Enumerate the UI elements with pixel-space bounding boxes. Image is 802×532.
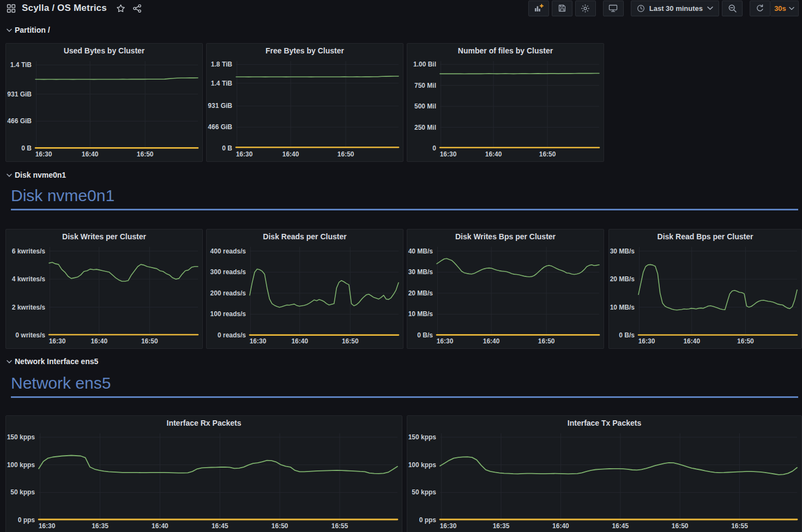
panel-title-disk-reads[interactable]: Disk Reads per Cluster bbox=[207, 229, 403, 244]
chart-disk-reads[interactable]: 400 reads/s300 reads/s200 reads/s100 rea… bbox=[207, 244, 403, 347]
svg-text:16:55: 16:55 bbox=[731, 522, 748, 530]
chart-disk-read-bps[interactable]: 30 MB/s20 MB/s10 MB/s0 B/s16:3016:4016:5… bbox=[609, 244, 801, 347]
svg-text:30 MB/s: 30 MB/s bbox=[408, 268, 433, 276]
svg-text:16:30: 16:30 bbox=[437, 337, 454, 345]
svg-text:0 B/s: 0 B/s bbox=[619, 331, 635, 339]
svg-text:0 writes/s: 0 writes/s bbox=[15, 331, 45, 339]
dashboard-header: Scylla / OS Metrics bbox=[0, 0, 802, 16]
svg-text:16:40: 16:40 bbox=[91, 337, 107, 345]
section-label-network: Network Interface ens5 bbox=[15, 357, 98, 366]
svg-text:16:45: 16:45 bbox=[612, 522, 629, 530]
svg-text:1.4 TiB: 1.4 TiB bbox=[10, 61, 32, 69]
svg-text:16:40: 16:40 bbox=[152, 522, 168, 530]
svg-text:200 reads/s: 200 reads/s bbox=[210, 289, 246, 297]
svg-text:50 kpps: 50 kpps bbox=[10, 488, 35, 496]
chart-disk-writes-bps[interactable]: 40 MB/s30 MB/s20 MB/s10 MB/s0 B/s16:3016… bbox=[407, 244, 604, 347]
panel-title-file-count[interactable]: Number of files by Cluster bbox=[407, 44, 604, 58]
chart-tx-packets[interactable]: 150 kpps100 kpps50 kpps0 pps16:3016:3516… bbox=[407, 430, 801, 532]
add-panel-button[interactable] bbox=[528, 1, 549, 16]
chart-free-bytes[interactable]: 1.8 TiB1.4 TiB931 GiB466 GiB0 B16:3016:4… bbox=[207, 58, 403, 160]
svg-text:466 GiB: 466 GiB bbox=[208, 123, 232, 131]
chevron-down-icon bbox=[789, 7, 794, 10]
chart-rx-packets[interactable]: 150 kpps100 kpps50 kpps0 pps16:3016:3516… bbox=[6, 430, 402, 532]
svg-text:16:30: 16:30 bbox=[35, 150, 52, 158]
svg-text:750 Mil: 750 Mil bbox=[414, 82, 436, 89]
svg-text:16:40: 16:40 bbox=[291, 337, 308, 345]
svg-text:100 kpps: 100 kpps bbox=[408, 461, 437, 469]
refresh-interval-picker[interactable]: 30s bbox=[770, 1, 799, 16]
section-row-disk[interactable]: Disk nvme0n1 bbox=[7, 170, 66, 180]
apps-grid-icon[interactable] bbox=[5, 3, 16, 14]
svg-text:16:30: 16:30 bbox=[440, 150, 457, 158]
chevron-down-icon bbox=[7, 360, 12, 364]
svg-text:4 kwrites/s: 4 kwrites/s bbox=[12, 275, 46, 283]
panel-rx-packets: Interface Rx Packets 150 kpps100 kpps50 … bbox=[5, 415, 402, 532]
dashboard-title[interactable]: Scylla / OS Metrics bbox=[22, 3, 107, 14]
tv-mode-button[interactable] bbox=[603, 1, 624, 16]
settings-button[interactable] bbox=[575, 1, 596, 16]
panel-tx-packets: Interface Tx Packets 150 kpps100 kpps50 … bbox=[407, 415, 802, 532]
refresh-button[interactable] bbox=[750, 1, 770, 16]
svg-text:40 MB/s: 40 MB/s bbox=[408, 247, 433, 255]
svg-text:100 reads/s: 100 reads/s bbox=[210, 310, 246, 318]
panel-title-free-bytes[interactable]: Free Bytes by Cluster bbox=[207, 44, 403, 58]
svg-text:20 MB/s: 20 MB/s bbox=[408, 289, 433, 297]
refresh-interval-label: 30s bbox=[774, 4, 786, 13]
section-label-disk: Disk nvme0n1 bbox=[15, 171, 66, 179]
plus-icon bbox=[540, 4, 543, 7]
panel-disk-read-bps: Disk Read Bps per Cluster 30 MB/s20 MB/s… bbox=[608, 229, 802, 349]
panel-title-disk-writes-bps[interactable]: Disk Writes Bps per Cluster bbox=[407, 229, 604, 244]
section-row-partition[interactable]: Partition / bbox=[7, 25, 50, 35]
panel-title-disk-read-bps[interactable]: Disk Read Bps per Cluster bbox=[609, 229, 801, 244]
time-range-picker[interactable]: Last 30 minutes bbox=[631, 1, 719, 16]
svg-text:10 MB/s: 10 MB/s bbox=[610, 304, 635, 311]
svg-text:931 GiB: 931 GiB bbox=[208, 102, 232, 110]
chevron-down-icon bbox=[7, 173, 12, 177]
save-dashboard-button[interactable] bbox=[552, 1, 572, 16]
star-icon[interactable] bbox=[116, 3, 126, 14]
svg-text:16:50: 16:50 bbox=[538, 337, 555, 345]
svg-text:16:40: 16:40 bbox=[552, 522, 569, 530]
svg-text:16:30: 16:30 bbox=[440, 522, 457, 530]
svg-text:100 kpps: 100 kpps bbox=[7, 461, 35, 469]
network-section-heading: Network ens5 bbox=[11, 374, 798, 398]
section-label-partition: Partition / bbox=[15, 26, 50, 34]
dashboard-toolbar: Last 30 minutes 30s bbox=[526, 1, 799, 16]
svg-text:150 kpps: 150 kpps bbox=[408, 433, 437, 441]
panel-disk-writes: Disk Writes per Cluster 6 kwrites/s4 kwr… bbox=[5, 229, 203, 349]
svg-text:0 B/s: 0 B/s bbox=[417, 331, 433, 339]
panel-title-rx-packets[interactable]: Interface Rx Packets bbox=[6, 416, 402, 430]
svg-text:0 pps: 0 pps bbox=[18, 516, 35, 524]
zoom-out-button[interactable] bbox=[722, 1, 743, 16]
svg-text:16:40: 16:40 bbox=[82, 150, 99, 158]
svg-text:20 MB/s: 20 MB/s bbox=[610, 275, 635, 283]
chevron-down-icon bbox=[707, 6, 713, 10]
svg-text:16:50: 16:50 bbox=[137, 150, 154, 158]
chart-disk-writes[interactable]: 6 kwrites/s4 kwrites/s2 kwrites/s0 write… bbox=[6, 244, 202, 347]
svg-text:16:50: 16:50 bbox=[737, 337, 754, 345]
share-icon[interactable] bbox=[132, 3, 143, 14]
svg-text:150 kpps: 150 kpps bbox=[7, 433, 35, 441]
svg-text:466 GiB: 466 GiB bbox=[7, 117, 32, 125]
chart-used-bytes[interactable]: 1.4 TiB931 GiB466 GiB0 B16:3016:4016:50 bbox=[6, 58, 202, 160]
svg-text:0 B: 0 B bbox=[222, 144, 232, 152]
svg-text:1.8 TiB: 1.8 TiB bbox=[211, 61, 232, 68]
chart-file-count[interactable]: 1.00 Bil750 Mil500 Mil250 Mil016:3016:40… bbox=[407, 58, 604, 160]
section-row-network[interactable]: Network Interface ens5 bbox=[7, 356, 98, 366]
svg-text:300 reads/s: 300 reads/s bbox=[210, 268, 246, 276]
svg-text:16:30: 16:30 bbox=[39, 522, 56, 530]
panel-title-disk-writes[interactable]: Disk Writes per Cluster bbox=[6, 229, 202, 244]
panel-title-used-bytes[interactable]: Used Bytes by Cluster bbox=[6, 44, 202, 58]
svg-text:931 GiB: 931 GiB bbox=[7, 90, 32, 98]
svg-text:16:40: 16:40 bbox=[483, 337, 500, 345]
svg-text:16:40: 16:40 bbox=[683, 337, 700, 345]
svg-text:16:30: 16:30 bbox=[49, 337, 66, 345]
svg-text:16:50: 16:50 bbox=[337, 150, 354, 158]
svg-text:16:35: 16:35 bbox=[493, 522, 510, 530]
svg-text:16:50: 16:50 bbox=[342, 337, 359, 345]
svg-text:0 reads/s: 0 reads/s bbox=[218, 331, 246, 339]
clock-icon bbox=[637, 4, 645, 13]
svg-text:16:50: 16:50 bbox=[141, 337, 158, 345]
panel-title-tx-packets[interactable]: Interface Tx Packets bbox=[407, 416, 801, 430]
svg-text:16:30: 16:30 bbox=[250, 337, 267, 345]
